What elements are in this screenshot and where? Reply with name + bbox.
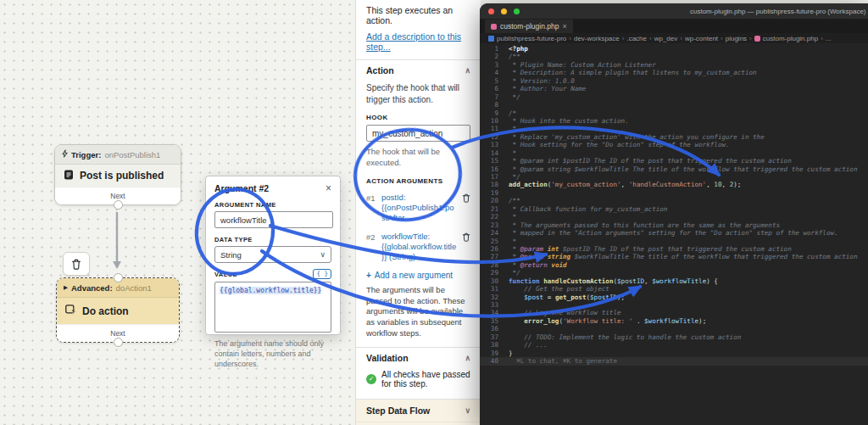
breadcrumb-item[interactable]: plugins bbox=[726, 35, 747, 42]
delete-argument-button[interactable] bbox=[462, 193, 470, 204]
code-line[interactable]: 8 bbox=[480, 101, 868, 109]
section-header-step-data-flow[interactable]: Step Data Flow ∨ bbox=[356, 400, 481, 422]
breadcrumb-item[interactable]: publishpress-future-pro bbox=[497, 35, 566, 42]
code-line[interactable]: 23 * The arguments passed to this functi… bbox=[480, 221, 868, 229]
line-content: // ... bbox=[498, 341, 548, 349]
breadcrumb-item[interactable]: custom-plugin.php bbox=[763, 35, 818, 42]
code-line[interactable]: 25 * bbox=[480, 238, 868, 245]
delete-node-button[interactable] bbox=[63, 252, 90, 276]
tab-label: custom-plugin.php bbox=[500, 22, 559, 31]
breadcrumb-item[interactable]: .cache bbox=[626, 35, 647, 42]
code-line[interactable]: 38 // ... bbox=[480, 341, 868, 349]
code-line[interactable]: 36 bbox=[480, 325, 868, 333]
code-line[interactable]: 2/** bbox=[480, 53, 868, 60]
add-description-link[interactable]: Add a description to this step... bbox=[366, 31, 470, 52]
output-port[interactable] bbox=[114, 338, 123, 347]
workspace-icon bbox=[488, 36, 494, 42]
code-line[interactable]: 26 * @param int $postID The ID of the po… bbox=[480, 245, 868, 253]
code-line[interactable]: 9/* bbox=[480, 109, 868, 117]
action-arguments-label: ACTION ARGUMENTS bbox=[366, 177, 470, 185]
code-line[interactable]: 14 * bbox=[480, 149, 868, 157]
line-number: 26 bbox=[480, 245, 498, 253]
zoom-window-button[interactable] bbox=[514, 8, 520, 14]
window-title: custom-plugin.php — publishpress-future-… bbox=[690, 8, 866, 15]
input-port[interactable] bbox=[114, 273, 123, 282]
output-port[interactable] bbox=[114, 200, 123, 210]
code-line[interactable]: 20/** bbox=[480, 197, 868, 204]
code-line[interactable]: 31 // Get the post object bbox=[480, 285, 868, 293]
chevron-up-icon[interactable]: ∧ bbox=[465, 66, 470, 75]
section-header-validation[interactable]: Validation ∧ bbox=[356, 348, 481, 368]
code-line[interactable]: 22 * bbox=[480, 213, 868, 221]
code-line[interactable]: 10 * Hook into the custom action. bbox=[480, 117, 868, 125]
code-line[interactable]: 32 $post = get_post($postID); bbox=[480, 294, 868, 301]
code-line[interactable]: 40 ⌘L to chat, ⌘K to generate bbox=[480, 357, 868, 365]
code-line[interactable]: 7 */ bbox=[480, 93, 868, 101]
code-line[interactable]: 11 * bbox=[480, 125, 868, 132]
close-icon[interactable]: × bbox=[326, 184, 331, 193]
argument-name-input[interactable] bbox=[214, 211, 333, 228]
code-line[interactable]: 3 * Plugin Name: Custom Action Listener bbox=[480, 61, 868, 69]
line-content bbox=[498, 189, 509, 197]
code-line[interactable]: 5 * Version: 1.0.0 bbox=[480, 77, 868, 85]
breadcrumb-item[interactable]: dev-workspace bbox=[574, 35, 620, 42]
code-line[interactable]: 34 // Log the workflow title bbox=[480, 309, 868, 316]
line-number: 31 bbox=[480, 285, 498, 293]
code-lines[interactable]: 1<?php2/**3 * Plugin Name: Custom Action… bbox=[480, 43, 868, 366]
delete-argument-button[interactable] bbox=[462, 232, 470, 243]
breadcrumb-item[interactable]: ... bbox=[826, 35, 832, 42]
line-content: * Hook into the custom action. bbox=[498, 117, 629, 125]
section-header-action[interactable]: Action ∧ bbox=[356, 60, 481, 81]
code-line[interactable]: 39} bbox=[480, 350, 868, 357]
code-line[interactable]: 4 * Description: A simple plugin that li… bbox=[480, 69, 868, 76]
action-node-selected[interactable]: ▶ Advanced: doAction1 Do action Next bbox=[56, 277, 180, 343]
code-line[interactable]: 1<?php bbox=[480, 45, 868, 53]
chevron-up-icon[interactable]: ∧ bbox=[465, 354, 470, 362]
check-icon: ✓ bbox=[366, 374, 376, 384]
value-textarea[interactable]: {{global.workflow.title}} bbox=[214, 282, 331, 333]
code-line[interactable]: 13 * Hook setting for the "Do action" st… bbox=[480, 141, 868, 148]
add-argument-link[interactable]: +Add a new argument bbox=[366, 271, 470, 280]
window-titlebar[interactable]: custom-plugin.php — publishpress-future-… bbox=[480, 3, 868, 20]
argument-row: #2 workflowTitle: {{global.workflow.titl… bbox=[366, 232, 470, 263]
code-line[interactable]: 18add_action('my_custom_action', 'handle… bbox=[480, 181, 868, 188]
code-line[interactable]: 19 bbox=[480, 189, 868, 197]
code-line[interactable]: 30function handleCustomAction($postID, $… bbox=[480, 277, 868, 285]
trash-icon bbox=[462, 232, 470, 242]
chevron-down-icon[interactable]: ∨ bbox=[465, 406, 470, 415]
argument-link[interactable]: postId: {{onPostPublish1.postAfter... bbox=[381, 193, 457, 224]
breadcrumb-item[interactable]: wp_dev bbox=[654, 35, 678, 42]
code-line[interactable]: 35 error_log('Workflow title: ' . $workf… bbox=[480, 317, 868, 325]
line-number: 11 bbox=[480, 125, 498, 132]
line-content: * bbox=[498, 213, 516, 221]
code-line[interactable]: 15 * @param int $postID The ID of the po… bbox=[480, 157, 868, 165]
argument-row: #1 postId: {{onPostPublish1.postAfter... bbox=[366, 193, 470, 224]
close-window-button[interactable] bbox=[488, 8, 494, 14]
editor-tab[interactable]: custom-plugin.php × bbox=[485, 20, 573, 33]
code-line[interactable]: 28 * @return void bbox=[480, 261, 868, 269]
minimize-window-button[interactable] bbox=[501, 8, 507, 14]
code-line[interactable]: 33 bbox=[480, 301, 868, 309]
code-line[interactable]: 29 */ bbox=[480, 269, 868, 277]
argument-link[interactable]: workflowTitle: {{global.workflow.title}}… bbox=[381, 232, 457, 263]
trigger-node[interactable]: Trigger: onPostPublish1 Post is publishe… bbox=[54, 144, 181, 205]
collapse-arrow-icon[interactable]: ▶ bbox=[64, 284, 68, 291]
post-icon bbox=[64, 170, 74, 182]
data-type-select[interactable]: String ∨ bbox=[214, 246, 331, 263]
close-tab-icon[interactable]: × bbox=[562, 22, 566, 31]
code-line[interactable]: 17 */ bbox=[480, 173, 868, 181]
code-line[interactable]: 27 * @param string $workflowTitle The ti… bbox=[480, 253, 868, 260]
code-line[interactable]: 12 * Replace 'my_custom_action' with the… bbox=[480, 133, 868, 141]
code-line[interactable]: 16 * @param string $workflowTitle The ti… bbox=[480, 165, 868, 173]
line-content bbox=[498, 301, 509, 309]
code-line[interactable]: 6 * Author: Your Name bbox=[480, 85, 868, 92]
argument-index: #2 bbox=[366, 232, 376, 242]
breadcrumb-item[interactable]: wp-content bbox=[685, 35, 718, 42]
line-content: * @param int $postID The ID of the post … bbox=[498, 157, 792, 165]
code-line[interactable]: 21 * Callback function for my_custom_act… bbox=[480, 205, 868, 213]
code-line[interactable]: 24 * mapped in the "Action arguments" se… bbox=[480, 229, 868, 237]
insert-variable-button[interactable]: { } bbox=[313, 269, 331, 279]
hook-input[interactable] bbox=[366, 125, 470, 142]
line-content: * @return void bbox=[498, 261, 567, 269]
code-line[interactable]: 37 // TODO: Implement the logic to handl… bbox=[480, 333, 868, 341]
